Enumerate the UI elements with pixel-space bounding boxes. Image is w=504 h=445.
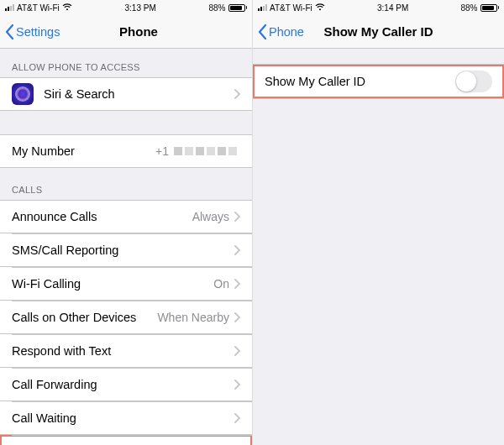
carrier-label: AT&T Wi-Fi [270,3,312,13]
row-label: Siri & Search [44,87,234,101]
clock-label: 3:14 PM [377,3,408,13]
row-label: Wi-Fi Calling [12,277,213,291]
row-label: Call Waiting [12,411,234,425]
battery-percent: 88% [208,3,225,13]
row-call-waiting[interactable]: Call Waiting [0,401,252,435]
nav-bar: Settings Phone [0,15,252,49]
battery-icon [228,4,248,12]
battery-icon [480,4,500,12]
back-label: Settings [16,25,60,39]
chevron-left-icon [258,24,267,39]
row-value: When Nearby [157,311,229,324]
signal-icon [258,4,267,11]
battery-percent: 88% [460,3,477,13]
row-show-caller-id-toggle[interactable]: Show My Caller ID [253,64,504,99]
chevron-right-icon [234,279,240,289]
row-value: Always [192,210,229,223]
settings-list[interactable]: ALLOW PHONE TO ACCESS Siri & Search My N… [0,49,252,445]
section-header-access: ALLOW PHONE TO ACCESS [0,49,252,77]
back-label: Phone [269,25,304,39]
row-label: Call Forwarding [12,378,234,391]
row-label: Respond with Text [12,344,234,358]
row-announce-calls[interactable]: Announce Calls Always [0,200,252,233]
row-label: My Number [12,144,155,158]
status-bar: AT&T Wi-Fi 3:14 PM 88% [253,0,504,15]
row-value: On [213,277,229,291]
phone-settings-screen: AT&T Wi-Fi 3:13 PM 88% Settings Phone AL… [0,0,252,445]
row-label: Announce Calls [12,210,192,223]
wifi-icon [62,3,72,13]
row-sms-reporting[interactable]: SMS/Call Reporting [0,233,252,267]
redacted-number [174,147,237,155]
chevron-right-icon [234,245,240,255]
row-call-forwarding[interactable]: Call Forwarding [0,368,252,401]
row-respond-text[interactable]: Respond with Text [0,334,252,368]
wifi-icon [315,3,325,13]
row-show-caller-id[interactable]: Show My Caller ID [0,435,252,445]
caller-id-screen: AT&T Wi-Fi 3:14 PM 88% Phone Show My Cal… [252,0,504,445]
status-bar: AT&T Wi-Fi 3:13 PM 88% [0,0,252,15]
chevron-right-icon [234,380,240,390]
row-label: SMS/Call Reporting [12,243,234,257]
carrier-label: AT&T Wi-Fi [17,3,60,13]
row-label: Calls on Other Devices [12,311,157,324]
clock-label: 3:13 PM [124,3,155,13]
chevron-right-icon [234,312,240,322]
nav-bar: Phone Show My Caller ID [253,15,504,49]
row-my-number[interactable]: My Number +1 [0,134,252,168]
chevron-right-icon [234,212,240,222]
section-header-calls: CALLS [0,168,252,200]
caller-id-content: Show My Caller ID [253,49,504,445]
chevron-right-icon [234,346,240,356]
my-number-prefix: +1 [155,144,169,158]
row-siri-search[interactable]: Siri & Search [0,77,252,111]
siri-icon [12,83,34,105]
signal-icon [5,4,14,11]
chevron-right-icon [234,89,240,99]
back-button[interactable]: Phone [258,24,304,39]
chevron-right-icon [234,413,240,423]
back-button[interactable]: Settings [5,24,60,39]
row-calls-other-devices[interactable]: Calls on Other Devices When Nearby [0,301,252,334]
chevron-left-icon [5,24,14,39]
row-wifi-calling[interactable]: Wi-Fi Calling On [0,267,252,301]
row-label: Show My Caller ID [265,75,455,88]
caller-id-switch[interactable] [455,71,492,92]
switch-knob [456,71,476,92]
